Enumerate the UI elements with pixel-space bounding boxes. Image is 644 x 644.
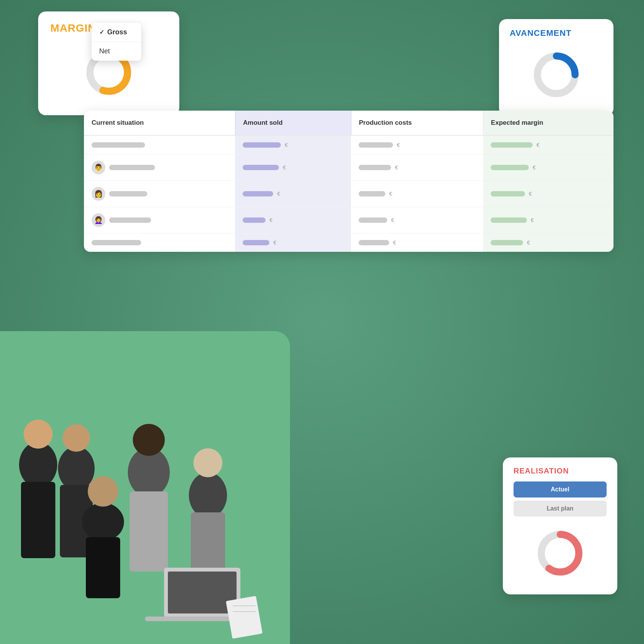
realisation-donut-chart [535, 528, 585, 578]
dropdown-gross-label: Gross [107, 28, 127, 36]
cell-production-costs: € [351, 135, 483, 155]
margin-dropdown[interactable]: ✓ Gross Net [92, 23, 141, 61]
svg-rect-23 [168, 572, 237, 613]
data-table-card: Current situation Amount sold Production… [84, 111, 613, 252]
svg-point-14 [133, 424, 165, 456]
col-header-amount-sold: Amount sold [235, 111, 351, 135]
svg-rect-15 [130, 491, 168, 572]
cell-current-situation: 👩 [84, 181, 235, 207]
realisation-donut-container [514, 523, 607, 584]
cell-production-costs: € [351, 207, 483, 233]
svg-rect-25 [226, 596, 262, 639]
svg-point-10 [58, 446, 95, 491]
avancement-card: AVANCEMENT [499, 19, 613, 116]
cell-expected-margin: € [483, 207, 613, 233]
avancement-title: AVANCEMENT [510, 28, 603, 38]
avatar: 👩 [92, 187, 105, 201]
svg-rect-9 [21, 482, 55, 558]
checkmark-icon: ✓ [99, 29, 104, 36]
cell-amount-sold: € [235, 135, 351, 155]
main-table: Current situation Amount sold Production… [84, 111, 613, 252]
dropdown-net-label: Net [99, 47, 110, 55]
cell-current-situation [84, 233, 235, 252]
col-header-production-costs: Production costs [351, 111, 483, 135]
tab-last-plan[interactable]: Last plan [514, 501, 607, 517]
cell-production-costs: € [351, 155, 483, 181]
cell-production-costs: € [351, 181, 483, 207]
svg-point-19 [82, 503, 124, 541]
cell-production-costs: € [351, 233, 483, 252]
dropdown-item-gross[interactable]: ✓ Gross [92, 23, 141, 42]
table-header-row: Current situation Amount sold Production… [84, 111, 613, 135]
cell-expected-margin: € [483, 135, 613, 155]
people-silhouettes [0, 331, 290, 644]
cell-amount-sold: € [235, 155, 351, 181]
cell-expected-margin: € [483, 155, 613, 181]
cell-amount-sold: € [235, 207, 351, 233]
table-row: 👨€€€ [84, 155, 613, 181]
avancement-donut-chart [531, 50, 581, 100]
table-row: €€€ [84, 233, 613, 252]
realisation-title: REALISATION [514, 467, 607, 475]
svg-point-8 [24, 420, 53, 449]
table-row: 👩‍🦱€€€ [84, 207, 613, 233]
table-row: €€€ [84, 135, 613, 155]
dropdown-item-net[interactable]: Net [92, 42, 141, 61]
svg-point-16 [189, 472, 227, 518]
avatar: 👨 [92, 161, 105, 174]
avancement-donut-container [510, 44, 603, 105]
cell-current-situation: 👩‍🦱 [84, 207, 235, 233]
avatar: 👩‍🦱 [92, 213, 105, 227]
svg-point-17 [193, 448, 222, 477]
svg-point-11 [63, 424, 90, 452]
svg-rect-21 [86, 537, 120, 598]
people-photo-area [0, 331, 290, 644]
col-header-expected-margin: Expected margin [483, 111, 613, 135]
tab-actuel[interactable]: Actuel [514, 481, 607, 497]
cell-current-situation [84, 135, 235, 155]
svg-point-20 [88, 476, 118, 507]
table-row: 👩€€€ [84, 181, 613, 207]
cell-amount-sold: € [235, 181, 351, 207]
cell-expected-margin: € [483, 233, 613, 252]
cell-amount-sold: € [235, 233, 351, 252]
photo-placeholder [0, 331, 290, 644]
cell-expected-margin: € [483, 181, 613, 207]
col-header-current-situation: Current situation [84, 111, 235, 135]
cell-current-situation: 👨 [84, 155, 235, 181]
realisation-card: REALISATION Actuel Last plan [503, 457, 617, 594]
realisation-tab-group: Actuel Last plan [514, 481, 607, 517]
